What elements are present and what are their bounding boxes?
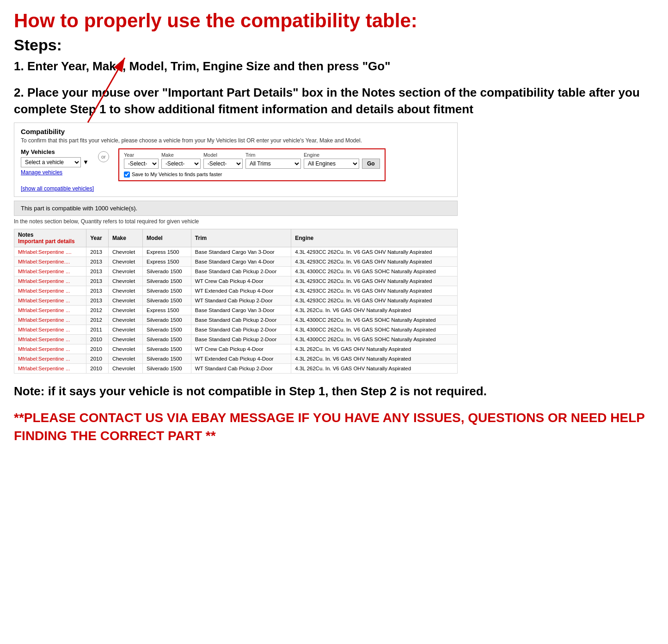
cell-trim: Base Standard Cab Pickup 2-Door [191, 325, 291, 334]
show-all-link[interactable]: [show all compatible vehicles] [21, 185, 94, 192]
my-vehicles-label: My Vehicles [21, 148, 89, 155]
engine-label: Engine [304, 152, 359, 158]
cell-engine: 4.3L 262Cu. In. V6 GAS OHV Naturally Asp… [291, 305, 458, 315]
model-select[interactable]: -Select- [203, 159, 243, 169]
cell-year: 2010 [86, 334, 109, 344]
cell-year: 2010 [86, 354, 109, 363]
cell-notes: Mfrlabel:Serpentine ... [14, 354, 86, 363]
table-row: Mfrlabel:Serpentine....2013ChevroletExpr… [14, 257, 458, 266]
cell-trim: Base Standard Cargo Van 4-Door [191, 257, 291, 266]
cell-trim: Base Standard Cab Pickup 2-Door [191, 334, 291, 344]
cell-notes: Mfrlabel:Serpentine ... [14, 266, 86, 276]
cell-year: 2013 [86, 247, 109, 257]
cell-year: 2010 [86, 363, 109, 373]
engine-select[interactable]: All Engines [304, 159, 359, 169]
col-trim: Trim [191, 229, 291, 247]
cell-engine: 4.3L 262Cu. In. V6 GAS OHV Naturally Asp… [291, 344, 458, 354]
compatibility-table: Notes Important part details Year Make M… [14, 229, 458, 374]
go-button[interactable]: Go [362, 159, 380, 169]
cell-model: Silverado 1500 [143, 363, 191, 373]
step2-text: 2. Place your mouse over "Important Part… [14, 84, 654, 118]
vehicle-select-dropdown[interactable]: Select a vehicle [21, 157, 81, 167]
notes-important-label: Important part details [18, 238, 82, 245]
col-year: Year [86, 229, 109, 247]
main-title: How to properly use the compatibility ta… [14, 9, 654, 32]
cell-trim: WT Standard Cab Pickup 2-Door [191, 363, 291, 373]
col-engine: Engine [291, 229, 458, 247]
cell-engine: 4.3L 262Cu. In. V6 GAS OHV Naturally Asp… [291, 363, 458, 373]
col-model: Model [143, 229, 191, 247]
compatibility-widget: Compatibility To confirm that this part … [14, 123, 458, 197]
year-label: Year [124, 152, 159, 158]
cell-notes: Mfrlabel:Serpentine .... [14, 247, 86, 257]
notes-header-label: Notes [18, 232, 82, 238]
manage-vehicles-link[interactable]: Manage vehicles [21, 169, 89, 176]
cell-make: Chevrolet [108, 315, 142, 325]
my-vehicles-section: My Vehicles Select a vehicle ▼ Manage ve… [21, 148, 89, 176]
save-checkbox[interactable] [124, 172, 130, 178]
cell-trim: WT Crew Cab Pickup 4-Door [191, 276, 291, 286]
make-field: Make -Select- [161, 152, 201, 169]
trim-field: Trim All Trims [245, 152, 301, 169]
cell-make: Chevrolet [108, 334, 142, 344]
table-header-row: Notes Important part details Year Make M… [14, 229, 458, 247]
make-select[interactable]: -Select- [161, 159, 201, 169]
cell-model: Silverado 1500 [143, 354, 191, 363]
cell-engine: 4.3L 4293CC 262Cu. In. V6 GAS OHV Natura… [291, 257, 458, 266]
cell-notes: Mfrlabel:Serpentine ... [14, 315, 86, 325]
note-text: Note: if it says your vehicle is not com… [14, 383, 654, 399]
cell-engine: 4.3L 262Cu. In. V6 GAS OHV Naturally Asp… [291, 354, 458, 363]
cell-model: Silverado 1500 [143, 295, 191, 305]
cell-trim: Base Standard Cab Pickup 2-Door [191, 315, 291, 325]
cell-notes: Mfrlabel:Serpentine ... [14, 276, 86, 286]
cell-year: 2012 [86, 315, 109, 325]
cell-notes: Mfrlabel:Serpentine ... [14, 305, 86, 315]
cell-model: Silverado 1500 [143, 276, 191, 286]
cell-make: Chevrolet [108, 266, 142, 276]
cell-year: 2010 [86, 344, 109, 354]
cell-engine: 4.3L 4300CC 262Cu. In. V6 GAS SOHC Natur… [291, 325, 458, 334]
year-select[interactable]: -Select- [124, 159, 159, 169]
compatibility-diagram-wrapper: Compatibility To confirm that this part … [14, 123, 458, 374]
cell-make: Chevrolet [108, 295, 142, 305]
vehicle-select-row: Select a vehicle ▼ [21, 157, 89, 167]
make-label: Make [161, 152, 201, 158]
cell-notes: Mfrlabel:Serpentine.... [14, 257, 86, 266]
cell-model: Express 1500 [143, 305, 191, 315]
table-row: Mfrlabel:Serpentine ...2013ChevroletSilv… [14, 295, 458, 305]
cell-year: 2013 [86, 295, 109, 305]
steps-heading: Steps: [14, 36, 654, 54]
cell-trim: Base Standard Cargo Van 3-Door [191, 305, 291, 315]
cell-engine: 4.3L 4300CC 262Cu. In. V6 GAS SOHC Natur… [291, 315, 458, 325]
cell-engine: 4.3L 4300CC 262Cu. In. V6 GAS SOHC Natur… [291, 266, 458, 276]
cell-trim: WT Standard Cab Pickup 2-Door [191, 295, 291, 305]
cell-engine: 4.3L 4293CC 262Cu. In. V6 GAS OHV Natura… [291, 286, 458, 295]
cell-year: 2013 [86, 266, 109, 276]
cell-model: Silverado 1500 [143, 286, 191, 295]
cell-model: Silverado 1500 [143, 325, 191, 334]
cell-model: Express 1500 [143, 247, 191, 257]
cell-make: Chevrolet [108, 363, 142, 373]
cell-make: Chevrolet [108, 354, 142, 363]
table-row: Mfrlabel:Serpentine ...2010ChevroletSilv… [14, 354, 458, 363]
cell-notes: Mfrlabel:Serpentine ... [14, 344, 86, 354]
cell-year: 2012 [86, 305, 109, 315]
cell-model: Silverado 1500 [143, 344, 191, 354]
trim-select[interactable]: All Trims [245, 159, 301, 169]
cell-notes: Mfrlabel:Serpentine ... [14, 286, 86, 295]
cell-trim: WT Extended Cab Pickup 4-Door [191, 286, 291, 295]
table-row: Mfrlabel:Serpentine ....2013ChevroletExp… [14, 247, 458, 257]
cell-year: 2013 [86, 276, 109, 286]
cell-make: Chevrolet [108, 325, 142, 334]
cell-model: Silverado 1500 [143, 266, 191, 276]
cell-notes: Mfrlabel:Serpentine ... [14, 295, 86, 305]
model-field: Model -Select- [203, 152, 243, 169]
cell-trim: Base Standard Cargo Van 3-Door [191, 247, 291, 257]
cell-make: Chevrolet [108, 276, 142, 286]
cell-engine: 4.3L 4293CC 262Cu. In. V6 GAS OHV Natura… [291, 247, 458, 257]
cell-engine: 4.3L 4293CC 262Cu. In. V6 GAS OHV Natura… [291, 276, 458, 286]
save-label: Save to My Vehicles to finds parts faste… [132, 172, 222, 177]
cell-trim: WT Extended Cab Pickup 4-Door [191, 354, 291, 363]
cell-model: Silverado 1500 [143, 315, 191, 325]
cell-year: 2011 [86, 325, 109, 334]
